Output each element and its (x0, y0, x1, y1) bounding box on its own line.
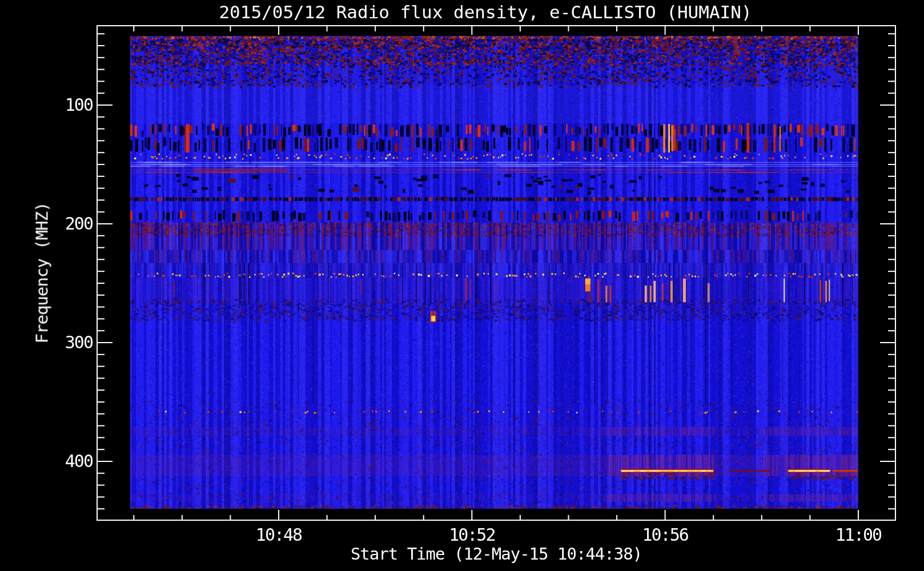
spectrogram-canvas (0, 0, 924, 571)
x-tick-label: 10:52 (449, 526, 495, 544)
spectrogram-figure: 2015/05/12 Radio flux density, e-CALLIST… (0, 0, 924, 571)
x-tick-label: 10:48 (256, 526, 302, 544)
y-tick-label: 300 (34, 334, 93, 351)
y-tick-label: 400 (34, 453, 93, 470)
x-axis-title: Start Time (12-May-15 10:44:38) (351, 546, 642, 562)
x-tick-label: 10:56 (642, 526, 688, 544)
x-tick-label: 11:00 (835, 526, 881, 544)
y-tick-label: 200 (34, 215, 93, 232)
y-tick-label: 100 (34, 96, 93, 114)
chart-title: 2015/05/12 Radio flux density, e-CALLIST… (219, 3, 752, 21)
